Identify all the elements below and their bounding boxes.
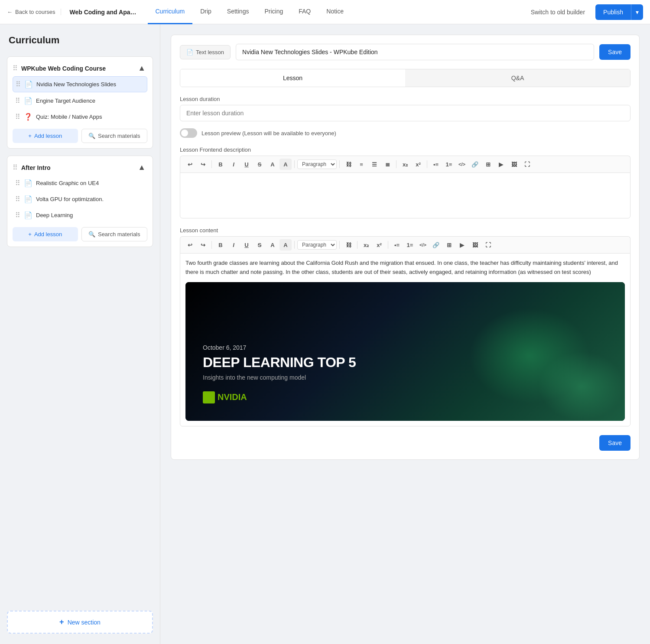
paragraph-select[interactable]: Paragraph <box>297 159 337 169</box>
lesson-type-doc-icon: 📄 <box>186 49 193 55</box>
tab-qa[interactable]: Q&A <box>405 69 630 87</box>
drag-handle-lesson-5[interactable]: ⠿ <box>15 195 20 203</box>
nvidia-image-card: October 6, 2017 DEEP LEARNING TOP 5 Insi… <box>185 282 625 421</box>
new-section-button[interactable]: + New section <box>7 611 153 634</box>
lesson-title-input[interactable] <box>236 44 594 60</box>
frontend-desc-editor-area[interactable] <box>180 172 630 218</box>
duration-input[interactable] <box>180 105 630 121</box>
toolbar-sep-4 <box>396 160 396 168</box>
content-text-color-button[interactable]: A <box>266 239 279 250</box>
content-paragraph-select[interactable]: Paragraph <box>297 240 337 250</box>
underline-button[interactable]: U <box>240 159 253 170</box>
section-name-1: WPKube Web Coding Course <box>21 65 106 72</box>
search-materials-label-1: Search materials <box>98 133 140 139</box>
nvidia-card-title: DEEP LEARNING TOP 5 <box>203 355 608 371</box>
add-lesson-button-1[interactable]: + Add lesson <box>13 129 78 143</box>
content-superscript-button[interactable]: x² <box>373 239 385 250</box>
tab-drip[interactable]: Drip <box>192 0 219 24</box>
code-button-1[interactable]: </> <box>456 159 468 170</box>
drag-handle-lesson-6[interactable]: ⠿ <box>15 211 20 219</box>
content-unlink-button[interactable]: ⛓ <box>342 239 354 250</box>
toolbar-sep-1 <box>211 160 212 168</box>
content-subscript-button[interactable]: x₂ <box>360 239 372 250</box>
image-button-1[interactable]: 🖼 <box>508 159 520 170</box>
content-bg-color-button[interactable]: A <box>280 239 292 250</box>
drag-handle-lesson-2[interactable]: ⠿ <box>15 97 20 105</box>
add-lesson-button-2[interactable]: + Add lesson <box>13 227 78 241</box>
ol-button[interactable]: 1≡ <box>443 159 455 170</box>
content-image-button[interactable]: 🖼 <box>469 239 481 250</box>
lesson-item-4[interactable]: ⠿ 📄 Realistic Graphic on UE4 <box>13 176 147 191</box>
lesson-item-3[interactable]: ⠿ ❓ Quiz: Mobile / Native Apps <box>13 109 147 124</box>
tab-settings[interactable]: Settings <box>219 0 257 24</box>
content-editor-area[interactable]: Two fourth grade classes are learning ab… <box>180 253 630 426</box>
publish-button[interactable]: Publish ▾ <box>595 4 643 20</box>
publish-button-label: Publish <box>595 4 631 20</box>
frontend-desc-editable[interactable] <box>185 178 625 213</box>
content-underline-button[interactable]: U <box>240 239 253 250</box>
lesson-doc-icon-6: 📄 <box>24 211 32 219</box>
drag-handle-lesson-4[interactable]: ⠿ <box>15 179 20 187</box>
curriculum-sidebar: Curriculum ⠿ WPKube Web Coding Course ▲ … <box>0 24 160 644</box>
link-button-1[interactable]: 🔗 <box>469 159 481 170</box>
lesson-label-5: Volta GPU for optimization. <box>36 196 145 202</box>
align-center-button[interactable]: ☰ <box>368 159 380 170</box>
collapse-section-1-button[interactable]: ▲ <box>136 64 147 73</box>
content-strikethrough-button[interactable]: S <box>254 239 266 250</box>
publish-dropdown-arrow[interactable]: ▾ <box>631 4 643 20</box>
subscript-button[interactable]: x₂ <box>399 159 411 170</box>
table-button-1[interactable]: ⊞ <box>482 159 494 170</box>
tab-faq[interactable]: FAQ <box>291 0 318 24</box>
content-italic-button[interactable]: I <box>228 239 240 250</box>
tab-lesson[interactable]: Lesson <box>180 69 405 87</box>
undo-button[interactable]: ↩ <box>184 159 196 170</box>
tab-notice[interactable]: Notice <box>318 0 351 24</box>
lesson-item-1[interactable]: ⠿ 📄 Nvidia New Technologies Slides <box>13 76 147 92</box>
bold-button[interactable]: B <box>214 159 227 170</box>
align-left-button[interactable]: ≡ <box>355 159 367 170</box>
search-materials-button-2[interactable]: 🔍 Search materials <box>81 227 148 241</box>
content-redo-button[interactable]: ↪ <box>197 239 209 250</box>
strikethrough-button[interactable]: S <box>254 159 266 170</box>
lesson-type-label: Text lesson <box>196 49 224 55</box>
lesson-item-2[interactable]: ⠿ 📄 Engine Target Audience <box>13 93 147 108</box>
back-to-courses-button[interactable]: ← Back to courses <box>7 9 61 15</box>
superscript-button[interactable]: x² <box>412 159 424 170</box>
lesson-content-section: Lesson content ↩ ↪ B I U S A A Paragraph <box>180 227 630 426</box>
ul-button[interactable]: •≡ <box>430 159 442 170</box>
tab-pricing[interactable]: Pricing <box>257 0 291 24</box>
content-fullscreen-button[interactable]: ⛶ <box>482 239 494 250</box>
media-button-1[interactable]: ▶ <box>495 159 507 170</box>
lesson-item-6[interactable]: ⠿ 📄 Deep Learning <box>13 208 147 223</box>
drag-handle-lesson-1[interactable]: ⠿ <box>16 80 21 88</box>
bg-color-button[interactable]: A <box>280 159 292 170</box>
collapse-section-2-button[interactable]: ▲ <box>136 163 147 172</box>
content-ul-button[interactable]: •≡ <box>391 239 403 250</box>
content-media-button[interactable]: ▶ <box>456 239 468 250</box>
unlink-button[interactable]: ⛓ <box>342 159 354 170</box>
section-header-1: ⠿ WPKube Web Coding Course ▲ <box>13 62 147 76</box>
lesson-item-5[interactable]: ⠿ 📄 Volta GPU for optimization. <box>13 192 147 207</box>
nav-right-actions: Switch to old builder Publish ▾ <box>526 4 643 20</box>
redo-button[interactable]: ↪ <box>197 159 209 170</box>
save-top-button[interactable]: Save <box>599 44 630 60</box>
content-link-button[interactable]: 🔗 <box>430 239 442 250</box>
align-right-button[interactable]: ≣ <box>381 159 393 170</box>
italic-button[interactable]: I <box>228 159 240 170</box>
content-undo-button[interactable]: ↩ <box>184 239 196 250</box>
search-materials-button-1[interactable]: 🔍 Search materials <box>81 129 148 143</box>
content-ol-button[interactable]: 1≡ <box>404 239 416 250</box>
lesson-preview-toggle[interactable] <box>180 128 197 138</box>
content-table-button[interactable]: ⊞ <box>443 239 455 250</box>
save-bottom-button[interactable]: Save <box>599 435 630 451</box>
drag-handle-section-2[interactable]: ⠿ <box>13 163 18 172</box>
drag-handle-section-1[interactable]: ⠿ <box>13 64 18 72</box>
drag-handle-lesson-3[interactable]: ⠿ <box>15 113 20 121</box>
content-bold-button[interactable]: B <box>214 239 227 250</box>
fullscreen-button-1[interactable]: ⛶ <box>521 159 533 170</box>
content-code-button[interactable]: </> <box>417 239 429 250</box>
main-layout: Curriculum ⠿ WPKube Web Coding Course ▲ … <box>0 24 650 644</box>
switch-old-builder-button[interactable]: Switch to old builder <box>526 5 590 19</box>
text-color-button[interactable]: A <box>266 159 279 170</box>
tab-curriculum[interactable]: Curriculum <box>148 0 193 24</box>
